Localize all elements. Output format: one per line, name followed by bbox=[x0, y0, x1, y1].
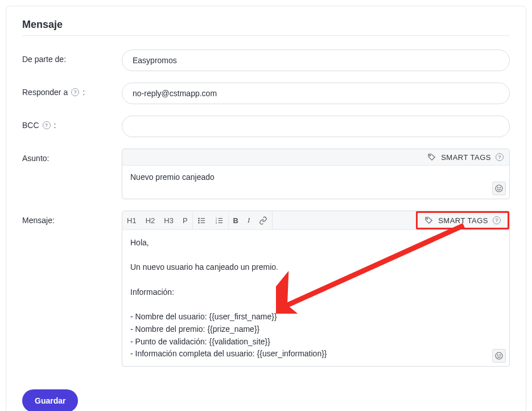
svg-text:3: 3 bbox=[215, 221, 217, 224]
label-colon: : bbox=[83, 88, 85, 97]
svg-point-8 bbox=[198, 222, 199, 223]
tag-icon bbox=[424, 216, 434, 225]
svg-point-3 bbox=[500, 187, 500, 188]
msg-info-header: Información: bbox=[130, 286, 501, 299]
msg-greeting: Hola, bbox=[130, 237, 501, 249]
subject-editor: SMART TAGS ? Nuevo premio canjeado bbox=[122, 149, 510, 199]
editor-toolbar: H1 H2 H3 P 123 B bbox=[122, 211, 509, 230]
subject-smart-tags-bar: SMART TAGS ? bbox=[122, 149, 509, 166]
help-icon[interactable]: ? bbox=[43, 121, 51, 129]
toolbar-h2[interactable]: H2 bbox=[141, 212, 160, 229]
save-button[interactable]: Guardar bbox=[22, 389, 78, 411]
emoji-button[interactable] bbox=[492, 349, 506, 363]
svg-point-6 bbox=[198, 220, 199, 221]
svg-point-1 bbox=[496, 185, 502, 192]
toolbar-italic[interactable]: I bbox=[243, 211, 254, 229]
message-form-card: Mensaje De parte de: Responder a ? : BCC… bbox=[6, 6, 526, 411]
row-from: De parte de: bbox=[22, 50, 510, 71]
label-colon: : bbox=[54, 121, 56, 130]
row-subject: Asunto: SMART TAGS ? Nuevo premio canjea… bbox=[22, 149, 510, 199]
label-bcc-text: BCC bbox=[22, 121, 39, 130]
input-from[interactable] bbox=[122, 50, 510, 71]
label-bcc: BCC ? : bbox=[22, 116, 122, 130]
smile-icon bbox=[494, 351, 504, 360]
label-reply-to-text: Responder a bbox=[22, 88, 68, 97]
svg-point-2 bbox=[497, 187, 498, 188]
section-title: Mensaje bbox=[22, 19, 510, 36]
msg-intro: Un nuevo usuario ha canjeado un premio. bbox=[130, 261, 501, 274]
subject-text: Nuevo premio canjeado bbox=[130, 172, 215, 182]
label-subject: Asunto: bbox=[22, 149, 122, 163]
svg-point-17 bbox=[496, 352, 502, 359]
input-reply-to[interactable] bbox=[122, 83, 510, 104]
list-ol-icon: 123 bbox=[215, 216, 224, 225]
toolbar-bold[interactable]: B bbox=[229, 212, 243, 229]
message-smart-tags-group: SMART TAGS ? bbox=[416, 211, 509, 229]
message-editor: H1 H2 H3 P 123 B bbox=[122, 211, 510, 367]
input-bcc[interactable] bbox=[122, 116, 510, 137]
help-icon[interactable]: ? bbox=[496, 153, 504, 161]
msg-line: - Nombre del usuario: {{user_first_name}… bbox=[130, 311, 501, 323]
subject-input[interactable]: Nuevo premio canjeado bbox=[122, 166, 509, 199]
smart-tags-button[interactable]: SMART TAGS bbox=[441, 153, 491, 162]
toolbar-h3[interactable]: H3 bbox=[159, 212, 178, 229]
toolbar-link[interactable] bbox=[254, 212, 272, 229]
msg-line: - Punto de validación: {{validation_site… bbox=[130, 336, 501, 348]
svg-point-19 bbox=[500, 355, 500, 355]
label-reply-to: Responder a ? : bbox=[22, 83, 122, 97]
smart-tags-button[interactable]: SMART TAGS bbox=[438, 216, 488, 225]
msg-line: - Información completa del usuario: {{us… bbox=[130, 348, 501, 360]
svg-point-18 bbox=[497, 355, 498, 355]
smile-icon bbox=[494, 184, 504, 193]
toolbar-p[interactable]: P bbox=[178, 212, 192, 229]
help-icon[interactable]: ? bbox=[71, 88, 79, 96]
emoji-button[interactable] bbox=[492, 182, 506, 195]
row-message: Mensaje: H1 H2 H3 P 123 bbox=[22, 211, 510, 367]
list-ul-icon bbox=[197, 216, 206, 225]
label-from: De parte de: bbox=[22, 50, 122, 64]
help-icon[interactable]: ? bbox=[493, 216, 501, 224]
svg-point-16 bbox=[427, 218, 428, 219]
toolbar-h1[interactable]: H1 bbox=[122, 212, 141, 229]
msg-line: - Nombre del premio: {{prize_name}} bbox=[130, 323, 501, 336]
tag-icon bbox=[427, 153, 436, 162]
row-bcc: BCC ? : bbox=[22, 116, 510, 137]
label-message: Mensaje: bbox=[22, 211, 122, 225]
svg-point-0 bbox=[430, 155, 431, 156]
toolbar-ol[interactable]: 123 bbox=[211, 212, 228, 229]
toolbar-ul[interactable] bbox=[193, 212, 211, 229]
svg-point-4 bbox=[198, 218, 199, 219]
row-reply-to: Responder a ? : bbox=[22, 83, 510, 104]
message-body-input[interactable]: Hola, Un nuevo usuario ha canjeado un pr… bbox=[122, 230, 509, 366]
link-icon bbox=[259, 216, 267, 225]
